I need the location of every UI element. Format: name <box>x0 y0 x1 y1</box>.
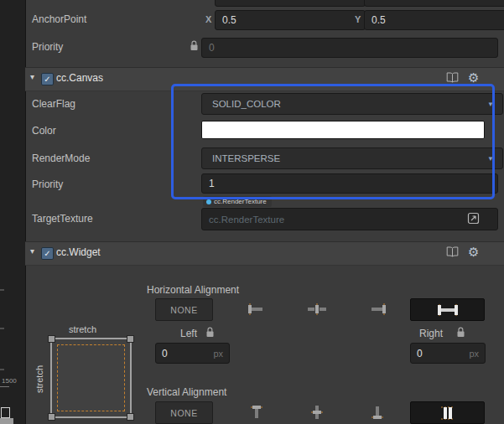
render-texture-badge-label: cc.RenderTexture <box>214 198 267 205</box>
corner-handle <box>48 335 55 343</box>
scene-object-thumb <box>1 407 10 418</box>
scene-object-thumb <box>0 418 13 424</box>
inspector-panel: { "colors": { "highlight_blue": "#2d5de2… <box>0 0 504 424</box>
left-offset-label: Left <box>180 328 197 339</box>
stretch-label-side: stretch <box>34 365 44 393</box>
v-align-top-icon <box>250 405 263 420</box>
lock-icon <box>190 40 199 51</box>
anchorpoint-y-input[interactable]: 0.5 <box>364 10 504 30</box>
v-align-bottom-button[interactable] <box>352 401 403 422</box>
corner-handle <box>127 335 134 343</box>
v-align-bottom-icon <box>371 405 384 420</box>
priority-input: 0 <box>201 38 498 58</box>
ruler-number: 1500 <box>2 377 17 385</box>
ruler-mark <box>0 386 9 387</box>
ruler-tick <box>0 369 4 370</box>
v-align-stretch-icon <box>440 406 455 421</box>
canvas-priority-input[interactable]: 1 <box>201 173 498 194</box>
help-book-icon[interactable] <box>446 246 459 257</box>
left-lock-icon[interactable] <box>205 327 215 338</box>
rendermode-value: INTERSPERSE <box>212 153 280 163</box>
corner-handle <box>127 413 134 421</box>
right-offset-label: Right <box>419 328 443 339</box>
preview-dashed-guide <box>57 344 125 411</box>
target-texture-label: TargetTexture <box>32 213 93 225</box>
prev-row-y-input[interactable] <box>364 0 504 7</box>
dropdown-arrow-icon: ▼ <box>487 101 494 108</box>
anchorpoint-x-axis-label: X <box>205 14 211 24</box>
color-label: Color <box>32 125 56 137</box>
scene-ruler-strip: 1500 <box>0 0 26 424</box>
vertical-alignment-label: Vertical Alignment <box>147 386 226 398</box>
right-lock-icon[interactable] <box>456 327 465 338</box>
render-texture-badge: cc.RenderTexture <box>203 196 272 207</box>
v-align-none-button[interactable]: NONE <box>155 401 213 424</box>
widget-enabled-checkbox[interactable]: ✓ <box>41 247 54 260</box>
clearflag-dropdown[interactable]: SOLID_COLOR ▼ <box>201 93 503 115</box>
collapse-caret-icon[interactable]: ▾ <box>30 247 34 256</box>
target-texture-placeholder: cc.RenderTexture <box>209 215 284 225</box>
priority-label: Priority <box>32 41 63 53</box>
check-icon: ✓ <box>44 75 50 84</box>
h-align-stretch-button[interactable] <box>410 298 485 321</box>
target-texture-input[interactable]: cc.RenderTexture <box>201 208 498 230</box>
dropdown-arrow-icon: ▼ <box>487 155 494 163</box>
clearflag-label: ClearFlag <box>32 98 75 110</box>
canvas-priority-label: Priority <box>32 178 63 190</box>
left-offset-unit: px <box>213 349 223 359</box>
rendermode-label: RenderMode <box>32 153 90 164</box>
h-align-stretch-icon <box>436 303 460 317</box>
check-icon: ✓ <box>44 250 50 258</box>
anchorpoint-label: AnchorPoint <box>32 13 86 25</box>
corner-handle <box>48 413 55 421</box>
anchorpoint-y-value: 0.5 <box>372 14 386 26</box>
h-align-right-button[interactable] <box>352 298 403 319</box>
asset-type-dot-icon <box>206 199 211 204</box>
v-align-stretch-button[interactable] <box>410 401 485 424</box>
stretch-label-top: stretch <box>69 324 96 334</box>
right-offset-input[interactable]: 0 px <box>410 343 486 364</box>
prev-row-x-input[interactable] <box>215 0 366 7</box>
h-align-right-icon <box>366 302 388 316</box>
left-offset-value: 0 <box>162 348 168 359</box>
h-align-center-button[interactable] <box>292 298 342 319</box>
anchorpoint-y-axis-label: Y <box>355 14 361 24</box>
h-align-center-icon <box>306 302 328 316</box>
anchorpoint-x-value: 0.5 <box>222 14 236 26</box>
left-offset-input[interactable]: 0 px <box>155 343 230 364</box>
right-offset-value: 0 <box>417 348 423 359</box>
v-align-middle-button[interactable] <box>292 401 342 422</box>
collapse-caret-icon[interactable]: ▾ <box>30 73 34 81</box>
ruler-tick <box>0 328 4 329</box>
v-align-none-label: NONE <box>170 408 197 418</box>
h-align-none-label: NONE <box>170 305 197 315</box>
right-offset-unit: px <box>469 349 479 359</box>
h-align-left-icon <box>246 302 268 316</box>
h-align-left-button[interactable] <box>231 298 282 319</box>
h-align-none-button[interactable]: NONE <box>155 298 213 321</box>
v-align-middle-icon <box>310 405 324 420</box>
ruler-tick <box>0 289 4 291</box>
gear-icon[interactable]: ⚙ <box>468 246 479 258</box>
priority-value: 0 <box>209 42 215 54</box>
canvas-priority-value: 1 <box>209 178 215 189</box>
anchorpoint-x-input[interactable]: 0.5 <box>215 10 366 30</box>
help-book-icon[interactable] <box>446 72 459 83</box>
color-swatch[interactable] <box>201 121 485 139</box>
horizontal-alignment-label: Horizontal Alignment <box>147 284 239 296</box>
widget-alignment-preview <box>50 338 132 418</box>
gear-icon[interactable]: ⚙ <box>468 71 479 84</box>
rendermode-dropdown[interactable]: INTERSPERSE ▼ <box>201 147 503 169</box>
canvas-component-title: cc.Canvas <box>56 72 103 84</box>
widget-component-title: cc.Widget <box>56 246 101 258</box>
asset-picker-icon[interactable] <box>467 212 480 225</box>
clearflag-value: SOLID_COLOR <box>212 99 281 109</box>
v-align-top-button[interactable] <box>231 401 282 422</box>
canvas-enabled-checkbox[interactable]: ✓ <box>41 73 54 85</box>
